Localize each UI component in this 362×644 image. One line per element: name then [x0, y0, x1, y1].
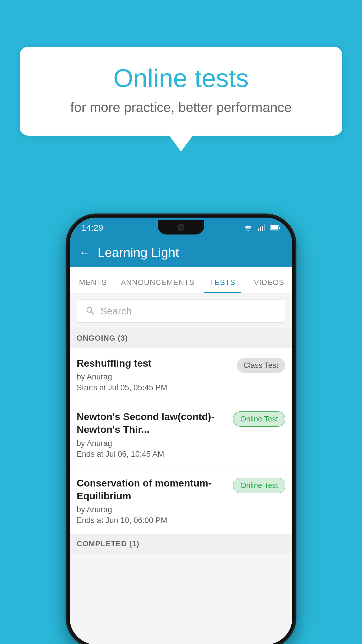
svg-rect-0	[258, 228, 259, 231]
search-icon	[85, 306, 96, 316]
svg-rect-2	[262, 226, 263, 231]
test-by: by Anurag	[77, 505, 227, 514]
test-badge-class: Class Test	[237, 358, 285, 373]
phone-notch	[158, 220, 204, 235]
test-badge-online: Online Test	[233, 411, 285, 427]
test-name: Conservation of momentum-Equilibrium	[77, 477, 227, 502]
svg-rect-3	[264, 224, 265, 231]
svg-rect-1	[260, 227, 261, 231]
back-button[interactable]: ←	[79, 246, 91, 259]
front-camera	[178, 224, 184, 231]
search-container: Search	[70, 293, 292, 328]
tab-videos[interactable]: VIDEOS	[246, 278, 292, 293]
bubble-title: Online tests	[43, 64, 319, 92]
bubble-subtitle: for more practice, better performance	[43, 99, 319, 115]
speech-bubble-container: Online tests for more practice, better p…	[20, 47, 342, 152]
tabs-container: MENTS ANNOUNCEMENTS TESTS VIDEOS	[70, 267, 292, 293]
test-item[interactable]: Newton's Second law(contd)-Newton's Thir…	[70, 401, 292, 468]
test-by: by Anurag	[77, 372, 231, 382]
completed-section-header: COMPLETED (1)	[70, 534, 292, 554]
test-by: by Anurag	[77, 439, 227, 448]
bubble-arrow	[169, 136, 193, 152]
screen-content: 14:29	[70, 218, 292, 644]
test-time: Ends at Jun 10, 06:00 PM	[77, 516, 227, 525]
test-badge-online-2: Online Test	[233, 478, 285, 493]
phone-frame: 14:29	[67, 215, 295, 644]
signal-icon	[257, 224, 266, 232]
ongoing-section-header: ONGOING (3)	[70, 328, 292, 348]
battery-icon	[270, 224, 281, 231]
test-name: Reshuffling test	[77, 357, 231, 370]
svg-rect-6	[271, 226, 278, 230]
wifi-icon	[243, 224, 253, 231]
app-title: Learning Light	[98, 245, 179, 260]
svg-rect-5	[279, 227, 280, 229]
search-placeholder: Search	[100, 305, 132, 317]
test-item[interactable]: Conservation of momentum-Equilibrium by …	[70, 468, 292, 534]
test-item[interactable]: Reshuffling test by Anurag Starts at Jul…	[70, 348, 292, 401]
test-list: Reshuffling test by Anurag Starts at Jul…	[70, 348, 292, 534]
bottom-fade	[70, 621, 292, 644]
test-time: Ends at Jul 06, 10:45 AM	[77, 450, 227, 459]
test-name: Newton's Second law(contd)-Newton's Thir…	[77, 410, 227, 436]
search-box[interactable]: Search	[77, 299, 285, 323]
tab-announcements[interactable]: ANNOUNCEMENTS	[116, 278, 199, 293]
test-info: Reshuffling test by Anurag Starts at Jul…	[77, 357, 231, 392]
phone-screen: 14:29	[70, 218, 292, 644]
speech-bubble: Online tests for more practice, better p…	[20, 47, 342, 136]
app-bar: ← Learning Light	[70, 238, 292, 267]
status-icons	[243, 224, 281, 232]
status-time: 14:29	[81, 223, 103, 233]
test-info: Conservation of momentum-Equilibrium by …	[77, 477, 227, 525]
test-time: Starts at Jul 05, 05:45 PM	[77, 383, 231, 392]
tab-tests[interactable]: TESTS	[199, 278, 246, 293]
test-info: Newton's Second law(contd)-Newton's Thir…	[77, 410, 227, 459]
tab-ments[interactable]: MENTS	[70, 278, 116, 293]
